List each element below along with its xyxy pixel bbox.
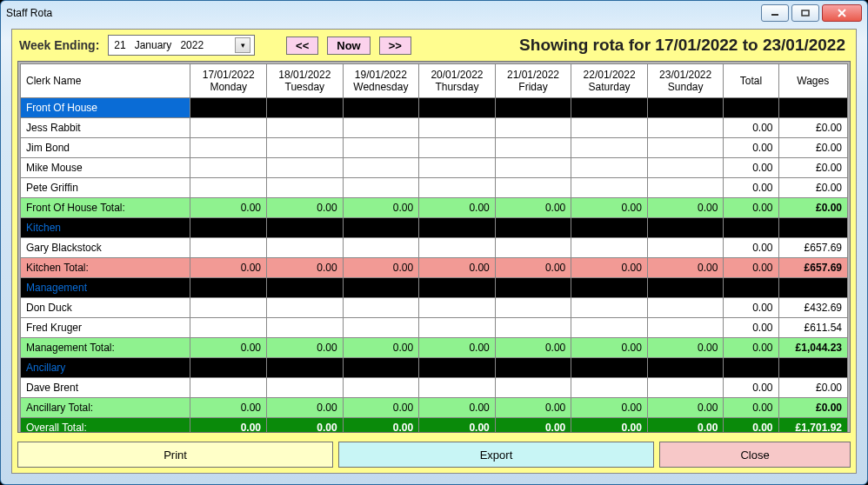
header-day-2[interactable]: 19/01/2022Wednesday — [343, 64, 419, 98]
cell-value[interactable] — [190, 138, 267, 158]
cell-value[interactable] — [190, 318, 267, 338]
grid-row-data[interactable]: Pete Griffin0.00£0.00 — [21, 178, 848, 198]
cell-value[interactable] — [343, 118, 419, 138]
cell-value[interactable] — [647, 178, 724, 198]
cell-value[interactable] — [495, 118, 571, 138]
header-day-6[interactable]: 23/01/2022Sunday — [647, 64, 724, 98]
cell-value[interactable]: £0.00 — [778, 118, 847, 138]
window-close-button[interactable] — [822, 4, 862, 22]
cell-value[interactable]: £0.00 — [778, 158, 847, 178]
maximize-button[interactable] — [791, 4, 819, 22]
cell-name[interactable]: Dave Brent — [21, 378, 190, 398]
cell-value[interactable] — [495, 158, 571, 178]
header-day-5[interactable]: 22/01/2022Saturday — [571, 64, 648, 98]
cell-value[interactable] — [267, 298, 344, 318]
print-button[interactable]: Print — [17, 442, 333, 468]
export-button[interactable]: Export — [338, 442, 654, 468]
cell-name[interactable]: Don Duck — [21, 298, 190, 318]
header-day-3[interactable]: 20/01/2022Thursday — [419, 64, 496, 98]
header-wages[interactable]: Wages — [778, 64, 847, 98]
cell-value[interactable] — [571, 158, 648, 178]
cell-value[interactable] — [495, 318, 571, 338]
cell-value[interactable] — [343, 238, 419, 258]
cell-value[interactable]: £0.00 — [778, 138, 847, 158]
cell-value[interactable] — [495, 178, 571, 198]
cell-value[interactable] — [343, 138, 419, 158]
cell-value[interactable]: 0.00 — [724, 318, 778, 338]
cell-value[interactable] — [190, 298, 267, 318]
cell-value[interactable] — [267, 138, 344, 158]
cell-value[interactable] — [343, 378, 419, 398]
cell-value[interactable] — [190, 118, 267, 138]
grid-row-data[interactable]: Jim Bond0.00£0.00 — [21, 138, 848, 158]
cell-value[interactable] — [495, 298, 571, 318]
cell-value[interactable] — [647, 138, 724, 158]
cell-value[interactable] — [571, 378, 648, 398]
minimize-button[interactable] — [761, 4, 789, 22]
cell-value[interactable]: £657.69 — [778, 238, 847, 258]
header-day-0[interactable]: 17/01/2022Monday — [190, 64, 267, 98]
cell-value[interactable]: 0.00 — [724, 138, 778, 158]
cell-value[interactable] — [267, 178, 344, 198]
cell-value[interactable] — [495, 138, 571, 158]
rota-grid[interactable]: Clerk Name17/01/2022Monday18/01/2022Tues… — [20, 63, 848, 433]
cell-value[interactable] — [647, 158, 724, 178]
grid-row-data[interactable]: Mike Mouse0.00£0.00 — [21, 158, 848, 178]
cell-name[interactable]: Jess Rabbit — [21, 118, 190, 138]
cell-name[interactable]: Mike Mouse — [21, 158, 190, 178]
cell-value[interactable]: £432.69 — [778, 298, 847, 318]
cell-value[interactable] — [571, 138, 648, 158]
cell-name[interactable]: Fred Kruger — [21, 318, 190, 338]
cell-value[interactable] — [419, 178, 496, 198]
cell-value[interactable]: 0.00 — [724, 158, 778, 178]
cell-value[interactable] — [419, 118, 496, 138]
cell-value[interactable] — [647, 298, 724, 318]
cell-value[interactable] — [419, 378, 496, 398]
cell-value[interactable] — [190, 238, 267, 258]
cell-name[interactable]: Jim Bond — [21, 138, 190, 158]
header-total[interactable]: Total — [724, 64, 778, 98]
header-day-4[interactable]: 21/01/2022Friday — [495, 64, 571, 98]
cell-value[interactable] — [190, 178, 267, 198]
cell-value[interactable] — [343, 298, 419, 318]
cell-value[interactable]: 0.00 — [724, 178, 778, 198]
cell-value[interactable] — [495, 238, 571, 258]
cell-value[interactable] — [571, 178, 648, 198]
cell-value[interactable]: 0.00 — [724, 238, 778, 258]
cell-value[interactable] — [647, 378, 724, 398]
cell-value[interactable]: £0.00 — [778, 378, 847, 398]
cell-value[interactable] — [267, 378, 344, 398]
cell-value[interactable] — [647, 238, 724, 258]
calendar-icon[interactable]: ▾ — [235, 37, 250, 53]
cell-value[interactable] — [571, 118, 648, 138]
prev-week-button[interactable]: << — [286, 37, 318, 55]
cell-value[interactable] — [571, 298, 648, 318]
cell-value[interactable] — [267, 118, 344, 138]
cell-value[interactable] — [571, 238, 648, 258]
cell-value[interactable] — [343, 178, 419, 198]
now-button[interactable]: Now — [327, 37, 370, 55]
cell-value[interactable] — [419, 238, 496, 258]
cell-value[interactable] — [419, 298, 496, 318]
cell-value[interactable]: 0.00 — [724, 118, 778, 138]
cell-value[interactable] — [495, 378, 571, 398]
cell-name[interactable]: Pete Griffin — [21, 178, 190, 198]
cell-value[interactable] — [267, 318, 344, 338]
cell-value[interactable] — [419, 138, 496, 158]
cell-value[interactable]: 0.00 — [724, 298, 778, 318]
cell-value[interactable] — [571, 318, 648, 338]
grid-row-data[interactable]: Dave Brent0.00£0.00 — [21, 378, 848, 398]
cell-value[interactable]: £0.00 — [778, 178, 847, 198]
cell-value[interactable] — [343, 158, 419, 178]
grid-row-data[interactable]: Fred Kruger0.00£611.54 — [21, 318, 848, 338]
header-clerk-name[interactable]: Clerk Name — [21, 64, 190, 98]
cell-value[interactable]: 0.00 — [724, 378, 778, 398]
cell-value[interactable]: £611.54 — [778, 318, 847, 338]
close-button[interactable]: Close — [659, 442, 851, 468]
cell-value[interactable] — [267, 238, 344, 258]
cell-value[interactable] — [190, 378, 267, 398]
cell-value[interactable] — [343, 318, 419, 338]
cell-value[interactable] — [647, 118, 724, 138]
week-ending-picker[interactable]: 21 January 2022 ▾ — [108, 35, 255, 56]
cell-value[interactable] — [419, 318, 496, 338]
